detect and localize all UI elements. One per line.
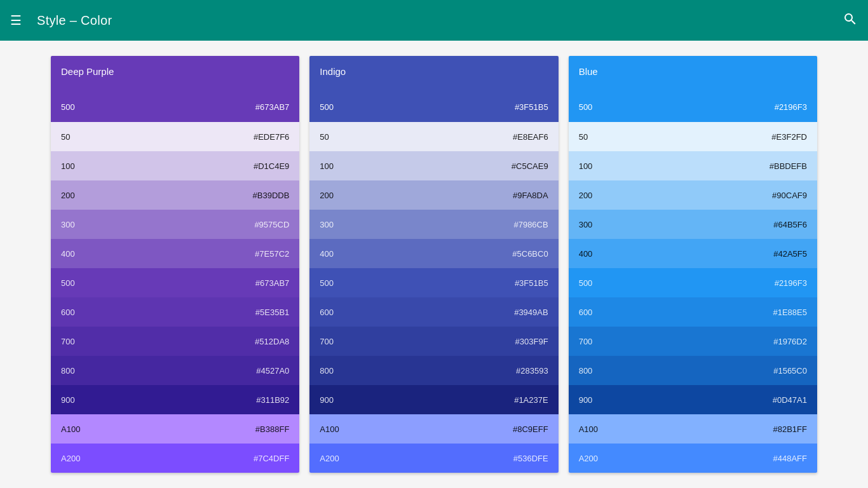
swatch-shade: 100 [579, 161, 593, 171]
swatch-row: 800#283593 [309, 356, 558, 385]
swatch-shade: A200 [61, 454, 80, 463]
swatch-shade: 700 [61, 337, 75, 346]
menu-icon[interactable]: ☰ [10, 13, 22, 28]
swatch-shade: A100 [579, 424, 598, 434]
swatch-shade: A100 [61, 424, 80, 434]
swatch-hex: #8C9EFF [513, 424, 548, 434]
swatch-row: 300#9575CD [51, 210, 299, 239]
swatch-row: 300#7986CB [309, 210, 558, 239]
swatch-hex: #42A5F5 [773, 249, 807, 259]
swatch-row: A200#7C4DFF [51, 444, 299, 473]
swatch-shade: 600 [579, 308, 593, 317]
swatch-shade: 300 [579, 220, 593, 229]
swatch-hex: #448AFF [773, 454, 807, 463]
swatch-shade: 100 [320, 161, 334, 171]
swatch-row: 400#7E57C2 [51, 239, 299, 268]
swatch-hex: #9FA8DA [513, 191, 548, 200]
swatch-row: 50#E3F2FD [569, 122, 817, 151]
swatch-shade: 700 [320, 337, 334, 346]
swatch-hex: #1565C0 [773, 366, 807, 376]
swatch-hex: #536DFE [513, 454, 548, 463]
swatch-shade: 300 [61, 220, 75, 229]
swatch-hex: #2196F3 [775, 278, 807, 288]
swatch-row: 700#512DA8 [51, 327, 299, 356]
swatch-hex: #7986CB [513, 220, 548, 229]
swatch-row: 400#42A5F5 [569, 239, 817, 268]
swatch-header-indigo: Indigo500#3F51B5 [309, 56, 558, 122]
search-icon[interactable] [843, 11, 858, 30]
swatch-shade: 500 [61, 278, 75, 288]
color-column-deep-purple: Deep Purple500#673AB750#EDE7F6100#D1C4E9… [51, 56, 299, 473]
swatch-shade: A200 [320, 454, 339, 463]
swatch-row: 200#90CAF9 [569, 180, 817, 210]
swatch-hex: #9575CD [254, 220, 289, 229]
swatch-shade: 600 [61, 308, 75, 317]
swatch-hex: #BBDEFB [770, 161, 807, 171]
color-info: 500#3F51B5 [320, 102, 548, 112]
swatch-row: A100#8C9EFF [309, 414, 558, 444]
swatch-hex: #5E35B1 [255, 308, 290, 317]
swatch-hex: #4527A0 [256, 366, 289, 376]
color-info: 500#2196F3 [579, 102, 807, 112]
header-hex: #673AB7 [255, 102, 290, 112]
swatch-row: 700#1976D2 [569, 327, 817, 356]
swatch-row: 200#9FA8DA [309, 180, 558, 210]
swatch-hex: #283593 [516, 366, 548, 376]
swatch-shade: 700 [579, 337, 593, 346]
swatch-shade: 400 [579, 249, 593, 259]
swatch-shade: 200 [61, 191, 75, 200]
swatch-hex: #1A237E [514, 395, 548, 405]
color-name: Deep Purple [61, 66, 289, 77]
swatch-shade: 50 [61, 132, 70, 142]
swatch-row: 900#1A237E [309, 385, 558, 414]
swatch-row: 500#3F51B5 [309, 268, 558, 297]
swatch-hex: #512DA8 [255, 337, 289, 346]
swatch-row: 50#EDE7F6 [51, 122, 299, 151]
swatch-row: 50#E8EAF6 [309, 122, 558, 151]
swatch-hex: #1976D2 [773, 337, 807, 346]
app-header: ☰ Style – Color [0, 0, 868, 41]
swatch-hex: #B388FF [255, 424, 289, 434]
swatch-hex: #EDE7F6 [254, 132, 289, 142]
header-shade: 500 [61, 102, 75, 112]
swatch-shade: 800 [320, 366, 334, 376]
swatch-hex: #82B1FF [773, 424, 807, 434]
swatch-row: 100#C5CAE9 [309, 151, 558, 180]
color-name: Indigo [320, 66, 548, 77]
swatch-row: 600#3949AB [309, 297, 558, 327]
swatch-hex: #E8EAF6 [513, 132, 548, 142]
color-info: 500#673AB7 [61, 102, 289, 112]
swatch-hex: #303F9F [515, 337, 548, 346]
swatch-row: 700#303F9F [309, 327, 558, 356]
swatch-shade: 50 [579, 132, 588, 142]
swatch-shade: A200 [579, 454, 598, 463]
header-hex: #3F51B5 [515, 102, 548, 112]
swatch-hex: #3949AB [514, 308, 548, 317]
swatch-row: A100#B388FF [51, 414, 299, 444]
main-content: Deep Purple500#673AB750#EDE7F6100#D1C4E9… [0, 41, 868, 488]
swatch-shade: 500 [320, 278, 334, 288]
swatch-hex: #7E57C2 [255, 249, 289, 259]
swatch-hex: #1E88E5 [773, 308, 807, 317]
swatch-shade: 300 [320, 220, 334, 229]
swatch-row: 900#311B92 [51, 385, 299, 414]
swatch-shade: 400 [320, 249, 334, 259]
swatch-shade: 800 [579, 366, 593, 376]
swatch-row: 600#5E35B1 [51, 297, 299, 327]
swatch-shade: 400 [61, 249, 75, 259]
swatch-hex: #0D47A1 [773, 395, 807, 405]
header-shade: 500 [579, 102, 593, 112]
header-shade: 500 [320, 102, 334, 112]
swatch-row: 600#1E88E5 [569, 297, 817, 327]
swatch-row: A200#536DFE [309, 444, 558, 473]
swatch-hex: #E3F2FD [771, 132, 807, 142]
swatch-row: 400#5C6BC0 [309, 239, 558, 268]
swatch-hex: #7C4DFF [254, 454, 289, 463]
swatch-row: 200#B39DDB [51, 180, 299, 210]
swatch-shade: 200 [579, 191, 593, 200]
swatch-hex: #C5CAE9 [512, 161, 548, 171]
swatch-header-blue: Blue500#2196F3 [569, 56, 817, 122]
swatch-header-deep-purple: Deep Purple500#673AB7 [51, 56, 299, 122]
swatch-shade: 900 [61, 395, 75, 405]
swatch-shade: 800 [61, 366, 75, 376]
